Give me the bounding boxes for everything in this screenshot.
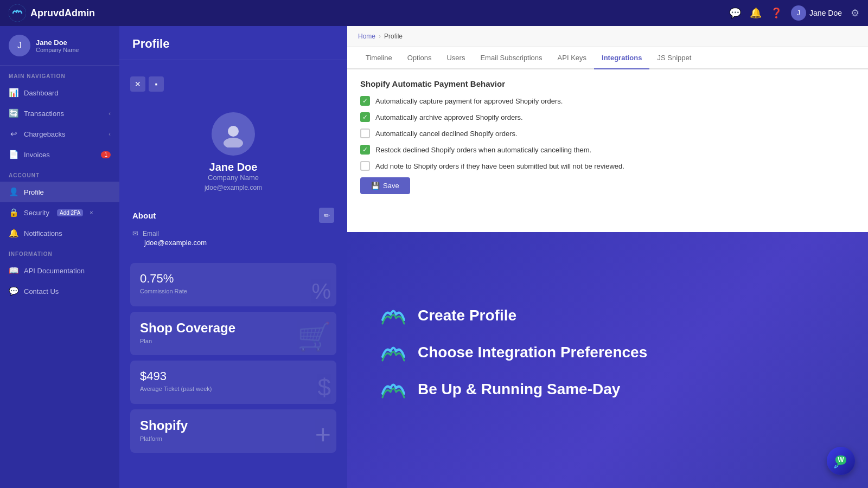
checkbox-label-restock: Restock declined Shopify orders when aut…	[375, 146, 591, 154]
help-icon[interactable]: ❓	[770, 7, 782, 19]
chat-bubble-button[interactable]: W	[827, 447, 855, 475]
sidebar-item-invoices[interactable]: 📄 Invoices 1	[0, 144, 119, 165]
chat-icon[interactable]: 💬	[729, 7, 741, 19]
sidebar-item-notifications[interactable]: 🔔 Notifications	[0, 223, 119, 243]
sidebar-item-chargebacks-label: Chargebacks	[24, 130, 66, 138]
chargebacks-icon: ↩	[9, 129, 18, 139]
marketing-item-create-profile: Create Profile	[380, 305, 835, 326]
commission-value: 0.75%	[140, 272, 327, 286]
breadcrumb-current: Profile	[384, 33, 403, 40]
shopify-label: Platform	[140, 435, 327, 442]
profile-panel-header: Profile	[119, 26, 347, 60]
marketing-text-create-profile: Create Profile	[418, 307, 516, 324]
checkbox-label-auto-cancel: Automatically cancel declined Shopify or…	[375, 130, 518, 138]
marketing-section: Create Profile Choose Integration Prefer…	[347, 232, 868, 488]
save-icon: 💾	[371, 182, 380, 190]
shopify-value: Shopify	[140, 418, 327, 433]
edit-about-button[interactable]: ✏	[319, 208, 334, 223]
integrations-section-title: Shopify Automatic Payment Behavior	[360, 79, 855, 88]
checkbox-restock[interactable]: ✓	[360, 145, 370, 155]
tab-integrations[interactable]: Integrations	[594, 47, 649, 69]
profile-email-display: jdoe@example.com	[205, 184, 262, 191]
security-icon: 🔒	[9, 208, 18, 217]
checkbox-add-note[interactable]	[360, 161, 370, 171]
checkbox-row-add-note: Add note to Shopify orders if they have …	[360, 161, 855, 171]
checkbox-auto-archive[interactable]: ✓	[360, 112, 370, 122]
sidebar-item-transactions[interactable]: 🔄 Transactions ‹	[0, 103, 119, 124]
edit-avatar-icon[interactable]: ▪	[149, 76, 164, 92]
checkbox-label-auto-capture: Automatically capture payment for approv…	[375, 97, 563, 105]
tab-api-keys[interactable]: API Keys	[550, 47, 594, 69]
remove-avatar-icon[interactable]: ✕	[130, 76, 145, 92]
tab-users[interactable]: Users	[439, 47, 473, 69]
svg-point-1	[228, 126, 239, 137]
close-badge-icon[interactable]: ×	[90, 209, 93, 216]
tab-timeline[interactable]: Timeline	[358, 47, 400, 69]
checkbox-label-auto-archive: Automatically archive approved Shopify o…	[375, 113, 523, 121]
sidebar-item-transactions-label: Transactions	[24, 110, 64, 118]
marketing-item-integration: Choose Integration Preferences	[380, 342, 835, 363]
profile-company: Company Name	[208, 174, 259, 182]
info-label: INFORMATION	[0, 243, 119, 260]
invoices-badge: 1	[101, 151, 111, 158]
profile-user-name: Jane Doe	[209, 161, 258, 174]
logo[interactable]: ApruvdAdmin	[9, 4, 95, 22]
profile-panel: Profile ✕ ▪ Jane Doe Company Name jdoe@e…	[119, 26, 347, 488]
sidebar-avatar: J	[9, 35, 30, 56]
tab-options[interactable]: Options	[400, 47, 439, 69]
chat-bubble-icon: W	[833, 453, 848, 468]
main-nav-label: MAIN NAVIGATION	[0, 66, 119, 82]
checkbox-auto-capture[interactable]: ✓	[360, 96, 370, 106]
sidebar-user[interactable]: J Jane Doe Company Name	[0, 26, 119, 66]
tab-js-snippet[interactable]: JS Snippet	[649, 47, 699, 69]
stat-card-coverage[interactable]: Shop Coverage Plan 🛒	[130, 312, 336, 355]
save-label: Save	[383, 182, 399, 190]
sidebar-item-notifications-label: Notifications	[24, 229, 62, 237]
notifications-icon[interactable]: 🔔	[750, 7, 762, 19]
sidebar-item-profile[interactable]: 👤 Profile	[0, 182, 119, 202]
commission-label: Commission Rate	[140, 288, 327, 294]
email-icon: ✉	[132, 229, 138, 237]
sidebar-item-dashboard-label: Dashboard	[24, 89, 59, 97]
about-title: About	[132, 211, 156, 220]
checkbox-row-auto-cancel: Automatically cancel declined Shopify or…	[360, 129, 855, 138]
marketing-text-integration: Choose Integration Preferences	[418, 344, 647, 361]
notifications-sidebar-icon: 🔔	[9, 228, 18, 238]
sidebar-item-chargebacks[interactable]: ↩ Chargebacks ‹	[0, 124, 119, 144]
main-layout: J Jane Doe Company Name MAIN NAVIGATION …	[0, 26, 868, 488]
sidebar-item-api-docs[interactable]: 📖 API Documentation	[0, 260, 119, 281]
save-button[interactable]: 💾 Save	[360, 177, 410, 194]
sidebar-item-dashboard[interactable]: 📊 Dashboard	[0, 82, 119, 103]
stat-card-shopify[interactable]: Shopify Platform +	[130, 409, 336, 453]
stat-card-ticket[interactable]: $493 Average Ticket (past week) $	[130, 361, 336, 404]
top-nav-user[interactable]: J Jane Doe	[791, 5, 842, 21]
content-area: Profile ✕ ▪ Jane Doe Company Name jdoe@e…	[119, 26, 868, 488]
sidebar-item-contact-label: Contact Us	[24, 287, 59, 296]
ticket-bg-icon: $	[318, 374, 331, 401]
email-value: jdoe@example.com	[132, 239, 334, 247]
right-panel: Home › Profile Timeline Options Users Em…	[347, 26, 868, 488]
breadcrumb-separator: ›	[379, 33, 381, 40]
sidebar-item-api-docs-label: API Documentation	[24, 267, 85, 275]
svg-text:W: W	[838, 456, 844, 464]
settings-icon[interactable]: ⚙	[851, 7, 859, 19]
breadcrumb-home[interactable]: Home	[358, 33, 375, 40]
stats-cards: 0.75% Commission Rate % Shop Coverage Pl…	[119, 258, 347, 458]
apruvd-logo-icon-2	[380, 342, 407, 363]
svg-point-2	[224, 138, 243, 147]
sidebar-item-profile-label: Profile	[24, 188, 44, 196]
checkbox-row-auto-capture: ✓ Automatically capture payment for appr…	[360, 96, 855, 106]
checkbox-auto-cancel[interactable]	[360, 129, 370, 138]
chevron-icon: ‹	[108, 131, 111, 137]
email-row: ✉ Email	[132, 229, 334, 237]
stat-card-commission[interactable]: 0.75% Commission Rate %	[130, 263, 336, 306]
tab-email-subscriptions[interactable]: Email Subscriptions	[473, 47, 550, 69]
sidebar-item-invoices-label: Invoices	[24, 151, 50, 159]
top-navigation: ApruvdAdmin 💬 🔔 ❓ J Jane Doe ⚙	[0, 0, 868, 26]
apruvd-logo-icon-3	[380, 378, 407, 400]
sidebar-item-contact[interactable]: 💬 Contact Us	[0, 281, 119, 301]
sidebar-item-security[interactable]: 🔒 Security Add 2FA ×	[0, 202, 119, 223]
svg-point-0	[9, 4, 26, 22]
top-nav-username: Jane Doe	[809, 9, 842, 17]
profile-title: Profile	[132, 37, 169, 50]
